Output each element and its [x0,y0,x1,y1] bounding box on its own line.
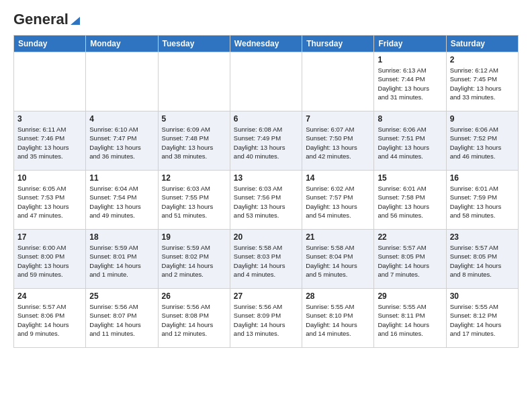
calendar-cell [86,52,158,111]
col-header-monday: Monday [86,36,158,52]
calendar-cell [14,52,86,111]
calendar-cell: 30Sunrise: 5:55 AM Sunset: 8:12 PM Dayli… [446,289,518,348]
cell-info: Sunrise: 6:03 AM Sunset: 7:56 PM Dayligh… [234,184,298,220]
calendar-cell: 26Sunrise: 5:56 AM Sunset: 8:08 PM Dayli… [158,289,230,348]
col-header-friday: Friday [374,36,446,52]
logo-line: General [13,11,81,28]
cell-info: Sunrise: 5:58 AM Sunset: 8:03 PM Dayligh… [234,243,298,279]
week-row-4: 24Sunrise: 5:57 AM Sunset: 8:06 PM Dayli… [14,289,519,348]
col-header-wednesday: Wednesday [230,36,302,52]
day-number: 1 [378,55,442,64]
day-number: 9 [450,114,515,124]
calendar-cell: 1Sunrise: 6:13 AM Sunset: 7:44 PM Daylig… [374,52,446,111]
week-row-1: 3Sunrise: 6:11 AM Sunset: 7:46 PM Daylig… [14,111,519,171]
calendar-cell: 9Sunrise: 6:06 AM Sunset: 7:52 PM Daylig… [446,111,518,171]
cell-info: Sunrise: 6:09 AM Sunset: 7:48 PM Dayligh… [162,125,226,161]
logo: General [13,11,81,28]
cell-info: Sunrise: 5:56 AM Sunset: 8:08 PM Dayligh… [162,302,226,338]
calendar-cell [158,52,230,111]
cell-info: Sunrise: 5:58 AM Sunset: 8:04 PM Dayligh… [306,243,370,279]
calendar-cell: 15Sunrise: 6:01 AM Sunset: 7:58 PM Dayli… [374,171,446,230]
day-number: 4 [89,114,154,124]
calendar-cell: 29Sunrise: 5:55 AM Sunset: 8:11 PM Dayli… [374,289,446,348]
calendar-table: SundayMondayTuesdayWednesdayThursdayFrid… [13,35,519,348]
col-header-thursday: Thursday [302,36,374,52]
day-number: 12 [162,173,226,183]
calendar-cell: 28Sunrise: 5:55 AM Sunset: 8:10 PM Dayli… [302,289,374,348]
cell-info: Sunrise: 6:05 AM Sunset: 7:53 PM Dayligh… [17,184,82,220]
logo-general: General [13,11,69,28]
day-number: 18 [89,232,154,242]
calendar-cell: 16Sunrise: 6:01 AM Sunset: 7:59 PM Dayli… [446,171,518,230]
calendar-cell: 6Sunrise: 6:08 AM Sunset: 7:49 PM Daylig… [230,111,302,171]
calendar-cell: 3Sunrise: 6:11 AM Sunset: 7:46 PM Daylig… [14,111,86,171]
cell-info: Sunrise: 5:55 AM Sunset: 8:11 PM Dayligh… [378,302,442,338]
svg-marker-0 [71,17,80,25]
day-number: 15 [378,173,442,183]
page: General SundayMondayTuesdayWednesdayThur… [0,0,532,359]
day-number: 5 [162,114,226,124]
calendar-cell: 25Sunrise: 5:56 AM Sunset: 8:07 PM Dayli… [86,289,158,348]
calendar-cell: 24Sunrise: 5:57 AM Sunset: 8:06 PM Dayli… [14,289,86,348]
cell-info: Sunrise: 6:13 AM Sunset: 7:44 PM Dayligh… [378,66,442,101]
col-header-sunday: Sunday [14,36,86,52]
cell-info: Sunrise: 6:12 AM Sunset: 7:45 PM Dayligh… [450,66,515,101]
day-number: 26 [162,291,226,301]
cell-info: Sunrise: 6:10 AM Sunset: 7:47 PM Dayligh… [89,125,154,161]
calendar-cell: 11Sunrise: 6:04 AM Sunset: 7:54 PM Dayli… [86,171,158,230]
col-header-saturday: Saturday [446,36,518,52]
calendar-cell: 12Sunrise: 6:03 AM Sunset: 7:55 PM Dayli… [158,171,230,230]
day-number: 8 [378,114,442,124]
cell-info: Sunrise: 6:11 AM Sunset: 7:46 PM Dayligh… [17,125,82,161]
cell-info: Sunrise: 5:57 AM Sunset: 8:06 PM Dayligh… [17,302,82,338]
calendar-cell: 21Sunrise: 5:58 AM Sunset: 8:04 PM Dayli… [302,230,374,289]
day-number: 11 [89,173,154,183]
calendar-cell: 8Sunrise: 6:06 AM Sunset: 7:51 PM Daylig… [374,111,446,171]
calendar-cell: 20Sunrise: 5:58 AM Sunset: 8:03 PM Dayli… [230,230,302,289]
week-row-2: 10Sunrise: 6:05 AM Sunset: 7:53 PM Dayli… [14,171,519,230]
day-number: 23 [450,232,515,242]
calendar-cell: 27Sunrise: 5:56 AM Sunset: 8:09 PM Dayli… [230,289,302,348]
cell-info: Sunrise: 6:06 AM Sunset: 7:52 PM Dayligh… [450,125,515,161]
calendar-cell [230,52,302,111]
calendar-cell: 7Sunrise: 6:07 AM Sunset: 7:50 PM Daylig… [302,111,374,171]
cell-info: Sunrise: 6:07 AM Sunset: 7:50 PM Dayligh… [306,125,370,161]
week-row-0: 1Sunrise: 6:13 AM Sunset: 7:44 PM Daylig… [14,52,519,111]
calendar-body: 1Sunrise: 6:13 AM Sunset: 7:44 PM Daylig… [14,52,519,348]
logo-triangle-icon [69,14,81,26]
day-number: 6 [234,114,298,124]
day-number: 3 [17,114,82,124]
header: General [13,11,519,28]
day-number: 10 [17,173,82,183]
day-number: 19 [162,232,226,242]
calendar-cell: 18Sunrise: 5:59 AM Sunset: 8:01 PM Dayli… [86,230,158,289]
cell-info: Sunrise: 6:04 AM Sunset: 7:54 PM Dayligh… [89,184,154,220]
cell-info: Sunrise: 5:56 AM Sunset: 8:07 PM Dayligh… [89,302,154,338]
calendar-cell: 17Sunrise: 6:00 AM Sunset: 8:00 PM Dayli… [14,230,86,289]
day-number: 16 [450,173,515,183]
calendar-cell: 2Sunrise: 6:12 AM Sunset: 7:45 PM Daylig… [446,52,518,111]
calendar-cell: 14Sunrise: 6:02 AM Sunset: 7:57 PM Dayli… [302,171,374,230]
day-number: 30 [450,291,515,301]
day-number: 28 [306,291,370,301]
cell-info: Sunrise: 6:06 AM Sunset: 7:51 PM Dayligh… [378,125,442,161]
calendar-cell [302,52,374,111]
day-number: 7 [306,114,370,124]
day-number: 29 [378,291,442,301]
cell-info: Sunrise: 5:55 AM Sunset: 8:10 PM Dayligh… [306,302,370,338]
cell-info: Sunrise: 5:59 AM Sunset: 8:02 PM Dayligh… [162,243,226,279]
calendar-cell: 4Sunrise: 6:10 AM Sunset: 7:47 PM Daylig… [86,111,158,171]
cell-info: Sunrise: 5:57 AM Sunset: 8:05 PM Dayligh… [378,243,442,279]
calendar-cell: 5Sunrise: 6:09 AM Sunset: 7:48 PM Daylig… [158,111,230,171]
day-number: 25 [89,291,154,301]
day-number: 27 [234,291,298,301]
header-row: SundayMondayTuesdayWednesdayThursdayFrid… [14,36,519,52]
logo-text: General [13,11,81,28]
calendar-cell: 10Sunrise: 6:05 AM Sunset: 7:53 PM Dayli… [14,171,86,230]
cell-info: Sunrise: 6:02 AM Sunset: 7:57 PM Dayligh… [306,184,370,220]
week-row-3: 17Sunrise: 6:00 AM Sunset: 8:00 PM Dayli… [14,230,519,289]
cell-info: Sunrise: 5:59 AM Sunset: 8:01 PM Dayligh… [89,243,154,279]
cell-info: Sunrise: 6:01 AM Sunset: 7:58 PM Dayligh… [378,184,442,220]
calendar-cell: 19Sunrise: 5:59 AM Sunset: 8:02 PM Dayli… [158,230,230,289]
col-header-tuesday: Tuesday [158,36,230,52]
